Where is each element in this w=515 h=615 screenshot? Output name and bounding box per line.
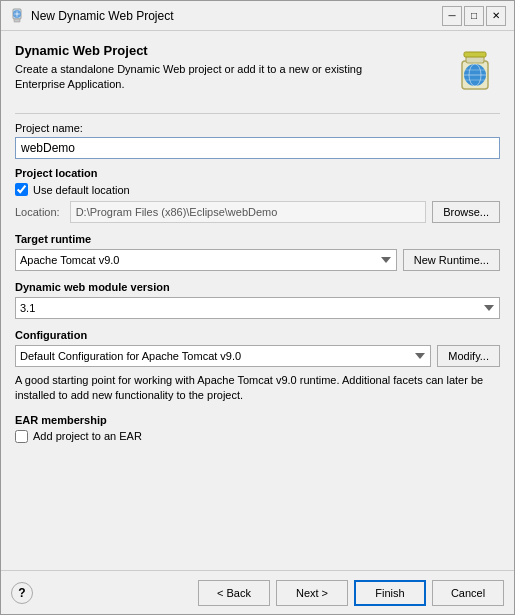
use-default-location-checkbox-label: Use default location — [33, 184, 130, 196]
location-input[interactable] — [70, 201, 426, 223]
header-divider — [15, 113, 500, 114]
web-module-version-label: Dynamic web module version — [15, 281, 500, 293]
ear-membership-checkbox[interactable] — [15, 430, 28, 443]
svg-rect-5 — [464, 52, 486, 57]
web-module-version-dropdown[interactable]: 3.1 3.0 2.5 — [15, 297, 500, 319]
description-line2: Enterprise Application. — [15, 78, 124, 90]
ear-membership-label: EAR membership — [15, 414, 500, 426]
location-text-label: Location: — [15, 206, 60, 218]
description-line1: Create a standalone Dynamic Web project … — [15, 63, 362, 75]
location-row: Location: Browse... — [15, 201, 500, 223]
footer: ? < Back Next > Finish Cancel — [1, 570, 514, 614]
dialog: New Dynamic Web Project ─ □ ✕ Dynamic We… — [0, 0, 515, 615]
maximize-button[interactable]: □ — [464, 6, 484, 26]
cancel-button[interactable]: Cancel — [432, 580, 504, 606]
ear-checkbox-row: Add project to an EAR — [15, 430, 500, 443]
next-button[interactable]: Next > — [276, 580, 348, 606]
header-icon — [448, 43, 500, 95]
minimize-button[interactable]: ─ — [442, 6, 462, 26]
header-text: Dynamic Web Project Create a standalone … — [15, 43, 438, 93]
configuration-description: A good starting point for working with A… — [15, 373, 500, 404]
new-runtime-button[interactable]: New Runtime... — [403, 249, 500, 271]
page-title: Dynamic Web Project — [15, 43, 438, 58]
help-button[interactable]: ? — [11, 582, 33, 604]
footer-buttons: < Back Next > Finish Cancel — [198, 580, 504, 606]
modify-button[interactable]: Modify... — [437, 345, 500, 367]
target-runtime-label: Target runtime — [15, 233, 500, 245]
project-location-label: Project location — [15, 167, 500, 179]
project-name-label: Project name: — [15, 122, 500, 134]
configuration-dropdown[interactable]: Default Configuration for Apache Tomcat … — [15, 345, 431, 367]
browse-button[interactable]: Browse... — [432, 201, 500, 223]
page-description: Create a standalone Dynamic Web project … — [15, 62, 438, 93]
dialog-icon — [9, 8, 25, 24]
title-bar-left: New Dynamic Web Project — [9, 8, 174, 24]
configuration-label: Configuration — [15, 329, 500, 341]
finish-button[interactable]: Finish — [354, 580, 426, 606]
project-name-input[interactable] — [15, 137, 500, 159]
title-bar: New Dynamic Web Project ─ □ ✕ — [1, 1, 514, 31]
back-button[interactable]: < Back — [198, 580, 270, 606]
target-runtime-dropdown[interactable]: Apache Tomcat v9.0 — [15, 249, 397, 271]
svg-rect-2 — [14, 19, 20, 22]
header-section: Dynamic Web Project Create a standalone … — [15, 43, 500, 95]
configuration-row: Default Configuration for Apache Tomcat … — [15, 345, 500, 367]
content-area: Dynamic Web Project Create a standalone … — [1, 31, 514, 570]
title-bar-text: New Dynamic Web Project — [31, 9, 174, 23]
use-default-location-checkbox[interactable] — [15, 183, 28, 196]
target-runtime-row: Apache Tomcat v9.0 New Runtime... — [15, 249, 500, 271]
title-bar-controls: ─ □ ✕ — [442, 6, 506, 26]
ear-membership-checkbox-label: Add project to an EAR — [33, 430, 142, 442]
use-default-location-row: Use default location — [15, 183, 500, 196]
close-button[interactable]: ✕ — [486, 6, 506, 26]
